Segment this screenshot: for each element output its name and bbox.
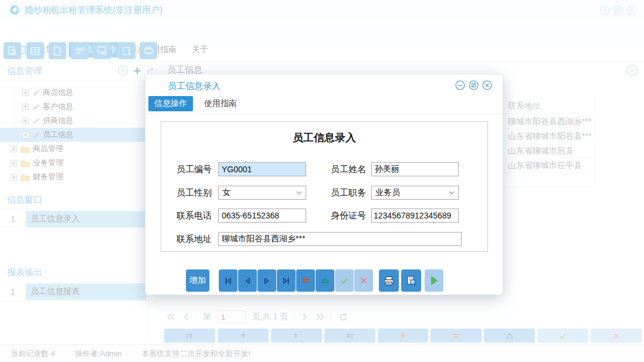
emp-id-input[interactable] — [218, 162, 306, 176]
label-emp-id: 员工编号 — [177, 162, 212, 176]
label-emp-gender: 员工性别 — [177, 186, 212, 200]
dialog-minimize-button[interactable] — [455, 80, 465, 90]
id-card-input[interactable] — [371, 209, 459, 223]
phone-input[interactable] — [218, 209, 306, 223]
print-preview-button[interactable] — [401, 269, 421, 292]
emp-title-select[interactable]: 业务员 — [371, 186, 459, 200]
address-input[interactable] — [218, 232, 462, 246]
dialog-close-button[interactable] — [482, 80, 492, 90]
select-value: 女 — [222, 187, 231, 198]
label-phone: 联系电话 — [177, 209, 212, 223]
chevron-down-icon — [296, 191, 302, 194]
print-button[interactable] — [379, 269, 399, 292]
dialog-title: 员工信息录入 — [168, 81, 221, 92]
chevron-down-icon — [449, 191, 455, 194]
dialog-restore-button[interactable] — [469, 80, 479, 90]
dialog-tab-user-guide[interactable]: 使用指南 — [200, 96, 241, 111]
add-button[interactable]: 增加 — [186, 269, 209, 292]
prev-record-button[interactable] — [238, 269, 257, 292]
form-title: 员工信息录入 — [161, 131, 488, 145]
first-record-button[interactable] — [219, 269, 238, 292]
label-address: 联系地址 — [177, 232, 212, 246]
emp-name-input[interactable] — [371, 162, 459, 176]
label-id-card: 身份证号 — [331, 209, 366, 223]
delete-record-button[interactable] — [296, 269, 315, 292]
employee-entry-dialog: 员工信息录入 信息操作 使用指南 员工信息录入 员工编号 员工姓名 员工性别 女… — [145, 74, 503, 295]
confirm-button[interactable] — [335, 269, 354, 292]
edit-record-button[interactable] — [316, 269, 334, 292]
run-button[interactable] — [425, 269, 443, 292]
next-record-button[interactable] — [257, 269, 276, 292]
label-emp-title: 员工职务 — [331, 186, 366, 200]
dialog-tab-info-operation[interactable]: 信息操作 — [148, 96, 193, 111]
app-window: 婚纱相机出租管理系统(非注册用户) 系统导航 信息操作 使用指南 关于 — [0, 0, 644, 362]
cancel-button[interactable] — [354, 269, 373, 292]
select-value: 业务员 — [375, 187, 400, 198]
last-record-button[interactable] — [277, 269, 296, 292]
divider — [145, 114, 503, 114]
emp-gender-select[interactable]: 女 — [218, 186, 306, 200]
label-emp-name: 员工姓名 — [331, 162, 366, 176]
